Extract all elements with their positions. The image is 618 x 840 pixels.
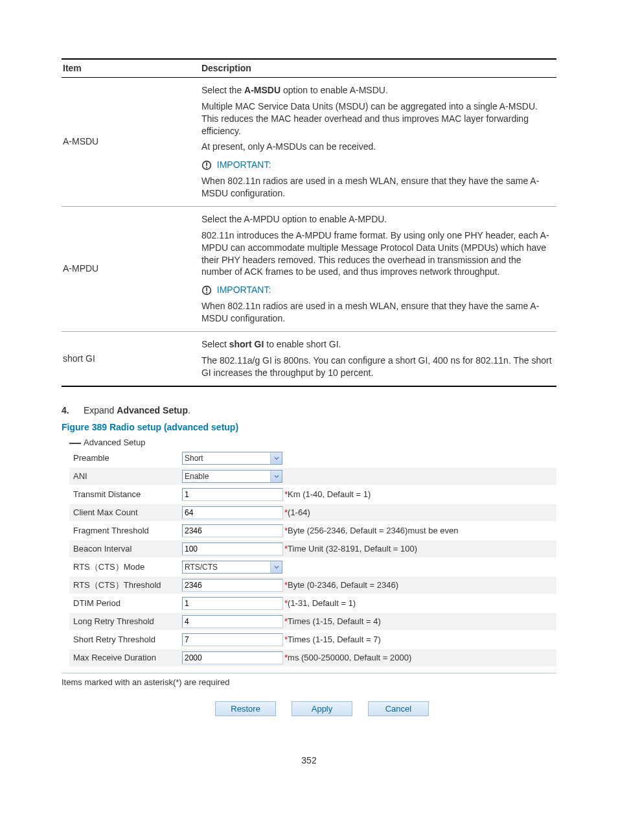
form-label: ANI [69,471,182,481]
select-ani[interactable]: Enable [182,470,282,483]
step-line: 4. Expand Advanced Setup. [62,405,556,415]
important-icon [201,285,212,296]
form-row: RTS（CTS）Threshold*Byte (0-2346, Default … [69,577,556,594]
form-row: Beacon Interval*Time Unit (32-8191, Defa… [69,541,556,557]
required-note: Items marked with an asterisk(*) are req… [62,677,556,687]
form-hint: *Times (1-15, Default = 4) [283,616,556,626]
cell-desc: Select short GI to enable short GI. The … [200,331,556,386]
form-hint: *Byte (256-2346, Default = 2346)must be … [283,526,556,535]
form-hint: *(1-64) [283,508,556,517]
form-label: Long Retry Threshold [69,616,182,626]
table-row: A-MPDU Select the A-MPDU option to enabl… [62,206,556,331]
cell-desc: Select the A-MPDU option to enable A-MPD… [200,206,556,331]
form-hint: *Time Unit (32-8191, Default = 100) [283,544,556,554]
input-transmit-distance[interactable] [182,488,283,501]
input-dtim-period[interactable] [182,597,283,610]
form-label: DTIM Period [69,598,182,608]
input-max-receive-duration[interactable] [182,651,283,664]
chevron-down-icon[interactable] [270,561,282,573]
important-label: IMPORTANT: [217,285,271,295]
table-row: short GI Select short GI to enable short… [62,331,556,386]
chevron-down-icon[interactable] [270,471,282,482]
cell-desc: Select the A-MSDU option to enable A-MSD… [200,77,556,206]
restore-button[interactable]: Restore [215,701,276,716]
input-fragment-threshold[interactable] [182,524,283,537]
form-label: RTS（CTS）Threshold [69,579,182,591]
form-row: PreambleShort [69,450,556,467]
cell-item: A-MSDU [62,77,200,206]
input-client-max-count[interactable] [182,506,283,519]
chevron-down-icon[interactable] [270,452,282,464]
figure-caption: Figure 389 Radio setup (advanced setup) [62,422,556,432]
input-rts-cts-threshold[interactable] [182,579,283,592]
form-label: Preamble [69,453,182,463]
form-hint: *Byte (0-2346, Default = 2346) [283,580,556,590]
important-icon [201,160,212,170]
input-beacon-interval[interactable] [182,542,283,555]
form-hint: *(1-31, Default = 1) [283,598,556,608]
form-hint: *Km (1-40, Default = 1) [283,489,556,499]
th-desc: Description [200,59,556,77]
important-label: IMPORTANT: [217,159,271,170]
input-short-retry-threshold[interactable] [182,633,283,646]
form-row: ANIEnable [69,468,556,485]
button-bar: Restore Apply Cancel [87,701,556,716]
cancel-button[interactable]: Cancel [368,701,429,716]
svg-rect-4 [206,287,207,291]
form-row: Transmit Distance*Km (1-40, Default = 1) [69,486,556,503]
form-row: Max Receive Duration*ms (500-250000, Def… [69,649,556,666]
select-preamble[interactable]: Short [182,452,282,465]
section-header[interactable]: —Advanced Setup [69,436,556,449]
form-hint: *ms (500-250000, Default = 2000) [283,653,556,662]
form-label: Fragment Threshold [69,526,182,535]
svg-rect-1 [206,162,207,166]
form-row: Short Retry Threshold*Times (1-15, Defau… [69,631,556,648]
collapse-icon[interactable]: — [69,439,81,446]
select-rts-cts-mode[interactable]: RTS/CTS [182,561,282,574]
form-label: RTS（CTS）Mode [69,561,182,573]
form-label: Short Retry Threshold [69,635,182,644]
svg-point-2 [206,167,207,168]
form-row: Client Max Count*(1-64) [69,504,556,521]
page-number: 352 [62,755,556,765]
advanced-setup-form: —Advanced Setup PreambleShortANIEnableTr… [69,436,556,666]
form-label: Max Receive Duration [69,653,182,662]
form-row: Fragment Threshold*Byte (256-2346, Defau… [69,522,556,539]
table-row: A-MSDU Select the A-MSDU option to enabl… [62,77,556,206]
cell-item: A-MPDU [62,206,200,331]
input-long-retry-threshold[interactable] [182,615,283,628]
form-label: Client Max Count [69,508,182,517]
form-label: Transmit Distance [69,489,182,499]
apply-button[interactable]: Apply [292,701,352,716]
svg-point-5 [206,292,207,293]
form-row: DTIM Period*(1-31, Default = 1) [69,595,556,612]
reference-table: Item Description A-MSDU Select the A-MSD… [62,58,556,387]
form-row: Long Retry Threshold*Times (1-15, Defaul… [69,613,556,630]
th-item: Item [62,59,200,77]
form-row: RTS（CTS）ModeRTS/CTS [69,559,556,576]
form-label: Beacon Interval [69,544,182,554]
form-hint: *Times (1-15, Default = 7) [283,635,556,644]
cell-item: short GI [62,331,200,386]
